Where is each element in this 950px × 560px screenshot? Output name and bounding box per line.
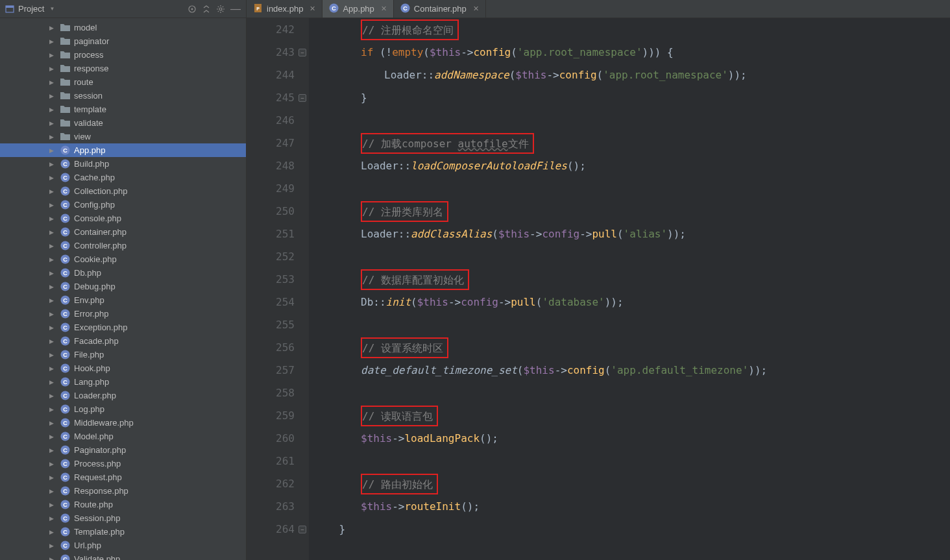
tree-item-label: validate: [74, 118, 103, 128]
code-line: [314, 450, 950, 472]
tree-file[interactable]: ▶CConsole.php: [0, 212, 246, 225]
tree-folder[interactable]: ▶view: [0, 130, 246, 143]
svg-text:C: C: [63, 393, 67, 399]
folder-icon: [60, 50, 70, 60]
project-tree[interactable]: ▶model▶paginator▶process▶response▶route▶…: [0, 18, 246, 560]
tree-folder[interactable]: ▶validate: [0, 116, 246, 130]
tree-file[interactable]: ▶CException.php: [0, 321, 246, 334]
tree-item-label: Debug.php: [74, 282, 116, 291]
tree-file[interactable]: ▶CMiddleware.php: [0, 416, 246, 430]
tree-file[interactable]: ▶CDb.php: [0, 266, 246, 280]
svg-text:C: C: [63, 420, 67, 426]
chevron-right-icon: ▶: [49, 556, 56, 561]
tree-file[interactable]: ▶CCache.php: [0, 171, 246, 184]
gear-icon[interactable]: [216, 5, 225, 14]
chevron-right-icon: ▶: [49, 215, 56, 222]
code-line: }: [314, 86, 950, 109]
line-number: 258: [247, 382, 295, 404]
chevron-right-icon: ▶: [49, 297, 56, 304]
close-icon[interactable]: ✕: [310, 5, 315, 13]
editor-tab[interactable]: CApp.php✕: [323, 0, 393, 18]
close-icon[interactable]: ✕: [473, 5, 479, 13]
tree-file[interactable]: ▶CHook.php: [0, 361, 246, 375]
tree-file[interactable]: ▶CPaginator.php: [0, 443, 246, 457]
code-line: [314, 177, 950, 200]
fold-marker-icon[interactable]: −: [298, 526, 306, 533]
locate-icon[interactable]: [188, 5, 197, 14]
chevron-right-icon: ▶: [49, 202, 56, 208]
tree-file[interactable]: ▶CCookie.php: [0, 252, 246, 266]
tree-file[interactable]: ▶CLoader.php: [0, 389, 246, 402]
tree-file[interactable]: ▶CError.php: [0, 307, 246, 321]
collapse-all-icon[interactable]: [202, 5, 211, 14]
chevron-right-icon: ▶: [49, 406, 56, 413]
tree-file[interactable]: ▶CConfig.php: [0, 198, 246, 212]
svg-text:P: P: [256, 6, 260, 11]
tree-file[interactable]: ▶CApp.php: [0, 143, 246, 157]
tree-file[interactable]: ▶CRequest.php: [0, 470, 246, 484]
code-line: // 设置系统时区: [314, 336, 950, 359]
chevron-right-icon: ▶: [49, 338, 56, 345]
tree-file[interactable]: ▶CRoute.php: [0, 498, 246, 511]
editor-tab[interactable]: Pindex.php✕: [247, 0, 323, 18]
fold-marker-icon[interactable]: −: [298, 94, 306, 102]
line-number: 252: [247, 245, 295, 268]
code-line: [314, 313, 950, 336]
chevron-right-icon: ▶: [49, 243, 56, 249]
tree-file[interactable]: ▶CCollection.php: [0, 184, 246, 198]
svg-text:C: C: [63, 147, 67, 154]
tree-folder[interactable]: ▶route: [0, 75, 246, 89]
svg-text:C: C: [63, 379, 67, 385]
chevron-right-icon: ▶: [49, 134, 56, 140]
tree-folder[interactable]: ▶session: [0, 89, 246, 103]
fold-marker-icon[interactable]: −: [298, 49, 306, 56]
tree-file[interactable]: ▶CFile.php: [0, 348, 246, 361]
tab-label: index.php: [267, 4, 303, 14]
tree-file[interactable]: ▶CLang.php: [0, 375, 246, 389]
close-icon[interactable]: ✕: [381, 5, 387, 13]
code-line: // 注册类库别名: [314, 200, 950, 223]
line-number: 246: [247, 109, 295, 132]
tree-folder[interactable]: ▶template: [0, 103, 246, 116]
chevron-right-icon: ▶: [49, 229, 56, 236]
editor[interactable]: 242243−244245−24624724824925025125225325…: [247, 18, 950, 560]
tree-folder[interactable]: ▶response: [0, 62, 246, 75]
tree-file[interactable]: ▶CEnv.php: [0, 293, 246, 307]
chevron-right-icon: ▶: [49, 365, 56, 372]
tree-item-label: Response.php: [74, 486, 128, 496]
tree-file[interactable]: ▶CUrl.php: [0, 539, 246, 552]
tree-file[interactable]: ▶CDebug.php: [0, 280, 246, 293]
tree-file[interactable]: ▶CSession.php: [0, 511, 246, 525]
line-number: 263: [247, 495, 295, 518]
sidebar-title[interactable]: Project ▼: [5, 4, 188, 14]
tree-file[interactable]: ▶CLog.php: [0, 402, 246, 416]
editor-tab[interactable]: CContainer.php✕: [394, 0, 486, 18]
code-content[interactable]: // 注册根命名空间if (!empty($this->config('app.…: [309, 18, 950, 560]
tree-folder[interactable]: ▶process: [0, 48, 246, 62]
chevron-right-icon: ▶: [49, 175, 56, 181]
php-class-icon: C: [60, 268, 70, 278]
svg-text:C: C: [63, 515, 67, 522]
line-number: 242: [247, 18, 295, 41]
tree-file[interactable]: ▶CContainer.php: [0, 225, 246, 239]
highlight-box: // 路由初始化: [361, 474, 438, 494]
tree-folder[interactable]: ▶paginator: [0, 34, 246, 48]
tree-file[interactable]: ▶CProcess.php: [0, 457, 246, 470]
tree-file[interactable]: ▶CController.php: [0, 239, 246, 252]
tree-file[interactable]: ▶CBuild.php: [0, 157, 246, 171]
editor-area: Pindex.php✕CApp.php✕CContainer.php✕ 2422…: [247, 0, 950, 560]
tree-file[interactable]: ▶CModel.php: [0, 430, 246, 443]
svg-text:C: C: [63, 215, 67, 222]
tree-folder[interactable]: ▶model: [0, 21, 246, 34]
line-number: 261: [247, 450, 295, 472]
tree-file[interactable]: ▶CFacade.php: [0, 334, 246, 348]
tree-file[interactable]: ▶CResponse.php: [0, 484, 246, 498]
tree-item-label: process: [74, 50, 104, 60]
highlight-box: // 读取语言包: [361, 406, 438, 426]
tree-item-label: Request.php: [74, 472, 122, 482]
sidebar-header: Project ▼ —: [0, 0, 246, 18]
line-number: 256: [247, 336, 295, 359]
minimize-icon[interactable]: —: [230, 6, 241, 12]
tree-file[interactable]: ▶CValidate.php: [0, 552, 246, 560]
tree-file[interactable]: ▶CTemplate.php: [0, 525, 246, 539]
